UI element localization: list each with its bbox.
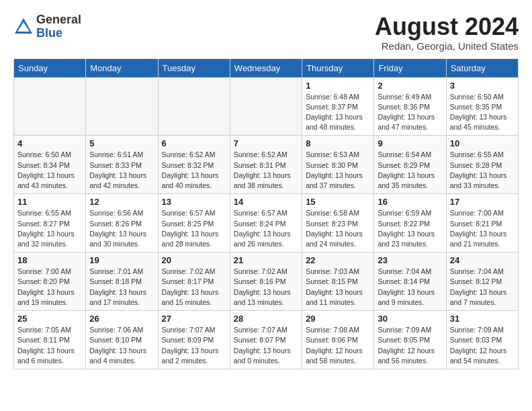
day-number: 25 <box>17 314 82 324</box>
day-number: 21 <box>234 255 298 265</box>
day-number: 28 <box>234 314 298 324</box>
calendar-cell: 21Sunrise: 7:02 AMSunset: 8:16 PMDayligh… <box>230 253 302 311</box>
day-number: 29 <box>306 314 370 324</box>
day-number: 26 <box>89 314 154 324</box>
calendar-cell: 13Sunrise: 6:57 AMSunset: 8:25 PMDayligh… <box>158 194 230 253</box>
day-info: Sunrise: 6:54 AMSunset: 8:29 PMDaylight:… <box>378 150 442 191</box>
calendar-cell: 24Sunrise: 7:04 AMSunset: 8:12 PMDayligh… <box>446 253 518 311</box>
day-number: 24 <box>450 255 515 265</box>
day-info: Sunrise: 6:51 AMSunset: 8:33 PMDaylight:… <box>89 150 154 191</box>
calendar-cell: 4Sunrise: 6:50 AMSunset: 8:34 PMDaylight… <box>14 136 86 194</box>
calendar-cell: 19Sunrise: 7:01 AMSunset: 8:18 PMDayligh… <box>86 253 158 311</box>
calendar-cell: 12Sunrise: 6:56 AMSunset: 8:26 PMDayligh… <box>86 194 158 253</box>
day-number: 5 <box>89 138 154 148</box>
day-info: Sunrise: 7:00 AMSunset: 8:20 PMDaylight:… <box>17 267 82 308</box>
day-info: Sunrise: 7:02 AMSunset: 8:16 PMDaylight:… <box>234 267 298 308</box>
weekday-header-tuesday: Tuesday <box>158 58 230 77</box>
day-info: Sunrise: 6:59 AMSunset: 8:22 PMDaylight:… <box>378 208 442 249</box>
calendar-cell: 26Sunrise: 7:06 AMSunset: 8:10 PMDayligh… <box>86 311 158 369</box>
calendar-cell: 30Sunrise: 7:09 AMSunset: 8:05 PMDayligh… <box>374 311 446 369</box>
calendar-cell: 25Sunrise: 7:05 AMSunset: 8:11 PMDayligh… <box>14 311 86 369</box>
day-info: Sunrise: 6:55 AMSunset: 8:28 PMDaylight:… <box>450 150 515 191</box>
calendar-cell <box>158 77 230 136</box>
logo-blue: Blue <box>36 26 62 40</box>
day-info: Sunrise: 7:07 AMSunset: 8:07 PMDaylight:… <box>234 325 298 366</box>
day-number: 3 <box>450 81 515 91</box>
calendar-cell: 10Sunrise: 6:55 AMSunset: 8:28 PMDayligh… <box>446 136 518 194</box>
calendar-cell: 27Sunrise: 7:07 AMSunset: 8:09 PMDayligh… <box>158 311 230 369</box>
day-number: 12 <box>89 197 154 207</box>
day-number: 19 <box>89 255 154 265</box>
calendar-cell: 8Sunrise: 6:53 AMSunset: 8:30 PMDaylight… <box>302 136 374 194</box>
day-info: Sunrise: 6:57 AMSunset: 8:25 PMDaylight:… <box>162 208 226 249</box>
calendar-cell: 31Sunrise: 7:09 AMSunset: 8:03 PMDayligh… <box>446 311 518 369</box>
day-info: Sunrise: 7:00 AMSunset: 8:21 PMDaylight:… <box>450 208 515 249</box>
day-info: Sunrise: 7:07 AMSunset: 8:09 PMDaylight:… <box>162 325 226 366</box>
weekday-header-row: SundayMondayTuesdayWednesdayThursdayFrid… <box>14 58 519 77</box>
day-number: 11 <box>17 197 82 207</box>
logo-text: General Blue <box>36 13 81 40</box>
day-info: Sunrise: 7:01 AMSunset: 8:18 PMDaylight:… <box>89 267 154 308</box>
day-info: Sunrise: 6:50 AMSunset: 8:34 PMDaylight:… <box>17 150 82 191</box>
day-info: Sunrise: 6:49 AMSunset: 8:36 PMDaylight:… <box>378 92 442 133</box>
calendar-cell: 5Sunrise: 6:51 AMSunset: 8:33 PMDaylight… <box>86 136 158 194</box>
day-info: Sunrise: 7:06 AMSunset: 8:10 PMDaylight:… <box>89 325 154 366</box>
day-info: Sunrise: 7:04 AMSunset: 8:12 PMDaylight:… <box>450 267 515 308</box>
day-number: 1 <box>306 81 370 91</box>
calendar-cell: 1Sunrise: 6:48 AMSunset: 8:37 PMDaylight… <box>302 77 374 136</box>
day-number: 10 <box>450 138 515 148</box>
month-title: August 2024 <box>375 13 519 40</box>
day-number: 7 <box>234 138 298 148</box>
calendar-cell <box>14 77 86 136</box>
day-number: 20 <box>162 255 226 265</box>
calendar-cell <box>86 77 158 136</box>
calendar-cell: 29Sunrise: 7:08 AMSunset: 8:06 PMDayligh… <box>302 311 374 369</box>
day-number: 23 <box>378 255 442 265</box>
calendar-cell: 28Sunrise: 7:07 AMSunset: 8:07 PMDayligh… <box>230 311 302 369</box>
logo-general: General <box>36 13 81 26</box>
day-info: Sunrise: 7:09 AMSunset: 8:03 PMDaylight:… <box>450 325 515 366</box>
day-number: 13 <box>162 197 226 207</box>
day-number: 16 <box>378 197 442 207</box>
calendar-cell: 20Sunrise: 7:02 AMSunset: 8:17 PMDayligh… <box>158 253 230 311</box>
calendar-cell: 3Sunrise: 6:50 AMSunset: 8:35 PMDaylight… <box>446 77 518 136</box>
calendar-cell: 2Sunrise: 6:49 AMSunset: 8:36 PMDaylight… <box>374 77 446 136</box>
day-number: 4 <box>17 138 82 148</box>
day-number: 6 <box>162 138 226 148</box>
weekday-header-thursday: Thursday <box>302 58 374 77</box>
day-info: Sunrise: 6:57 AMSunset: 8:24 PMDaylight:… <box>234 208 298 249</box>
day-info: Sunrise: 6:52 AMSunset: 8:31 PMDaylight:… <box>234 150 298 191</box>
location: Redan, Georgia, United States <box>375 40 519 52</box>
day-number: 27 <box>162 314 226 324</box>
day-number: 30 <box>378 314 442 324</box>
day-info: Sunrise: 7:04 AMSunset: 8:14 PMDaylight:… <box>378 267 442 308</box>
calendar-cell: 9Sunrise: 6:54 AMSunset: 8:29 PMDaylight… <box>374 136 446 194</box>
calendar-cell: 18Sunrise: 7:00 AMSunset: 8:20 PMDayligh… <box>14 253 86 311</box>
day-number: 18 <box>17 255 82 265</box>
weekday-header-monday: Monday <box>86 58 158 77</box>
day-info: Sunrise: 6:53 AMSunset: 8:30 PMDaylight:… <box>306 150 370 191</box>
day-info: Sunrise: 6:48 AMSunset: 8:37 PMDaylight:… <box>306 92 370 133</box>
day-number: 2 <box>378 81 442 91</box>
day-number: 15 <box>306 197 370 207</box>
day-info: Sunrise: 7:02 AMSunset: 8:17 PMDaylight:… <box>162 267 226 308</box>
day-number: 17 <box>450 197 515 207</box>
calendar-cell: 11Sunrise: 6:55 AMSunset: 8:27 PMDayligh… <box>14 194 86 253</box>
calendar-week-5: 25Sunrise: 7:05 AMSunset: 8:11 PMDayligh… <box>14 311 519 369</box>
logo: General Blue <box>13 13 81 40</box>
calendar-cell: 6Sunrise: 6:52 AMSunset: 8:32 PMDaylight… <box>158 136 230 194</box>
title-block: August 2024 Redan, Georgia, United State… <box>375 13 519 52</box>
calendar-cell: 17Sunrise: 7:00 AMSunset: 8:21 PMDayligh… <box>446 194 518 253</box>
weekday-header-friday: Friday <box>374 58 446 77</box>
day-info: Sunrise: 6:55 AMSunset: 8:27 PMDaylight:… <box>17 208 82 249</box>
weekday-header-sunday: Sunday <box>14 58 86 77</box>
weekday-header-saturday: Saturday <box>446 58 518 77</box>
day-number: 31 <box>450 314 515 324</box>
day-info: Sunrise: 6:52 AMSunset: 8:32 PMDaylight:… <box>162 150 226 191</box>
calendar-cell: 7Sunrise: 6:52 AMSunset: 8:31 PMDaylight… <box>230 136 302 194</box>
calendar-cell: 14Sunrise: 6:57 AMSunset: 8:24 PMDayligh… <box>230 194 302 253</box>
day-info: Sunrise: 7:05 AMSunset: 8:11 PMDaylight:… <box>17 325 82 366</box>
calendar-week-2: 4Sunrise: 6:50 AMSunset: 8:34 PMDaylight… <box>14 136 519 194</box>
logo-icon <box>13 17 34 37</box>
calendar-cell: 16Sunrise: 6:59 AMSunset: 8:22 PMDayligh… <box>374 194 446 253</box>
